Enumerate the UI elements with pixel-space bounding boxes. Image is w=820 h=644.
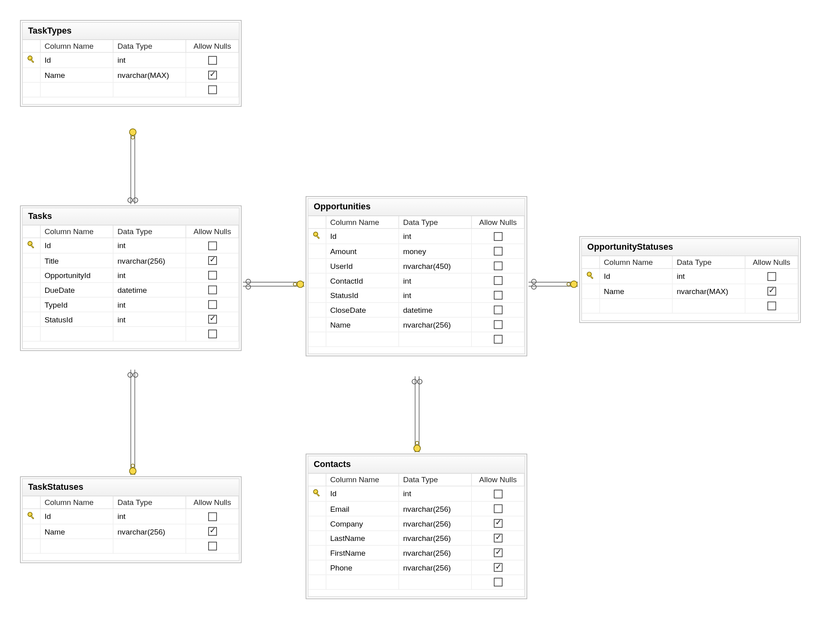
allow-nulls-cell <box>472 501 524 516</box>
column-type: int <box>113 268 186 283</box>
allow-nulls-checkbox[interactable] <box>494 335 502 344</box>
column-row[interactable]: Companynvarchar(256) <box>308 516 524 531</box>
allow-nulls-checkbox[interactable] <box>208 512 217 521</box>
table-contacts[interactable]: Contacts Column Name Data Type Allow Nul… <box>306 454 527 599</box>
allow-nulls-checkbox[interactable] <box>494 247 502 256</box>
table-opportunitystatuses[interactable]: OpportunityStatuses Column Name Data Typ… <box>579 236 801 323</box>
allow-nulls-checkbox[interactable] <box>208 542 217 551</box>
column-row[interactable]: StatusIdint <box>23 312 239 327</box>
column-row-empty[interactable] <box>308 332 524 347</box>
column-type: int <box>673 268 745 284</box>
allow-nulls-checkbox[interactable] <box>494 563 502 572</box>
column-row[interactable]: FirstNamenvarchar(256) <box>308 545 524 560</box>
column-row[interactable]: TypeIdint <box>23 297 239 312</box>
column-row[interactable]: Namenvarchar(256) <box>308 317 524 332</box>
column-name: Id <box>326 229 398 244</box>
column-row[interactable]: OpportunityIdint <box>23 268 239 283</box>
allow-nulls-checkbox[interactable] <box>767 287 776 296</box>
allow-nulls-checkbox[interactable] <box>208 85 217 94</box>
column-row[interactable]: LastNamenvarchar(256) <box>308 531 524 545</box>
column-row[interactable]: CloseDatedatetime <box>308 302 524 317</box>
allow-nulls-checkbox[interactable] <box>208 271 217 280</box>
rel-tasks-taskstatuses <box>128 370 138 475</box>
rel-opportunities-opportunitystatuses <box>529 279 578 289</box>
allow-nulls-checkbox[interactable] <box>494 489 502 498</box>
allow-nulls-checkbox[interactable] <box>494 519 502 528</box>
allow-nulls-checkbox[interactable] <box>494 505 502 513</box>
diagram-canvas[interactable]: TaskTypes Column Name Data Type Allow Nu… <box>0 0 820 640</box>
table-title: Opportunities <box>308 199 525 216</box>
column-row[interactable]: Idint <box>308 229 524 244</box>
column-row[interactable]: UserIdnvarchar(450) <box>308 258 524 273</box>
column-row-empty[interactable] <box>308 575 524 590</box>
pk-cell <box>23 509 40 524</box>
primary-key-icon <box>312 231 321 240</box>
column-row[interactable]: ContactIdint <box>308 273 524 288</box>
column-row[interactable]: StatusIdint <box>308 288 524 303</box>
allow-nulls-checkbox[interactable] <box>494 534 502 543</box>
allow-nulls-checkbox[interactable] <box>208 315 217 324</box>
svg-point-15 <box>246 284 251 289</box>
column-row-empty[interactable] <box>23 82 239 97</box>
allow-nulls-cell <box>186 238 239 253</box>
allow-nulls-checkbox[interactable] <box>208 256 217 265</box>
column-row[interactable]: Phonenvarchar(256) <box>308 560 524 575</box>
column-row[interactable]: Idint <box>23 238 239 253</box>
column-row[interactable]: Idint <box>23 509 239 524</box>
svg-point-9 <box>133 373 138 378</box>
column-name: Title <box>40 253 113 268</box>
rel-opportunities-contacts <box>412 376 422 452</box>
allow-nulls-checkbox[interactable] <box>767 272 776 281</box>
svg-point-23 <box>567 282 570 286</box>
allow-nulls-checkbox[interactable] <box>208 300 217 309</box>
column-type: datetime <box>399 302 472 317</box>
column-type: nvarchar(256) <box>113 524 186 539</box>
table-taskstatuses[interactable]: TaskStatuses Column Name Data Type Allow… <box>20 476 241 563</box>
allow-nulls-checkbox[interactable] <box>494 306 502 314</box>
table-title: Contacts <box>308 456 525 473</box>
svg-point-16 <box>297 281 304 288</box>
column-row[interactable]: Emailnvarchar(256) <box>308 501 524 516</box>
allow-nulls-checkbox[interactable] <box>208 286 217 294</box>
allow-nulls-cell <box>472 273 524 288</box>
allow-nulls-cell <box>186 68 239 83</box>
column-row-empty[interactable] <box>23 326 239 341</box>
column-row[interactable]: Idint <box>308 486 524 501</box>
allow-nulls-checkbox[interactable] <box>208 241 217 250</box>
column-row[interactable]: Titlenvarchar(256) <box>23 253 239 268</box>
svg-point-27 <box>418 379 422 384</box>
column-type: int <box>113 312 186 327</box>
column-name: Id <box>40 509 113 524</box>
allow-nulls-checkbox[interactable] <box>767 302 776 310</box>
pk-cell <box>308 516 326 531</box>
allow-nulls-checkbox[interactable] <box>208 56 217 65</box>
column-row[interactable]: Namenvarchar(MAX) <box>582 284 798 299</box>
table-tasks[interactable]: Tasks Column Name Data Type Allow Nulls … <box>20 205 241 351</box>
allow-nulls-checkbox[interactable] <box>208 330 217 338</box>
allow-nulls-checkbox[interactable] <box>494 291 502 300</box>
allow-nulls-checkbox[interactable] <box>494 232 502 241</box>
allow-nulls-checkbox[interactable] <box>494 578 502 587</box>
allow-nulls-cell <box>472 302 524 317</box>
svg-point-8 <box>128 373 133 378</box>
allow-nulls-checkbox[interactable] <box>494 276 502 285</box>
svg-point-5 <box>133 198 138 203</box>
column-row[interactable]: Namenvarchar(256) <box>23 524 239 539</box>
table-title: TaskTypes <box>23 23 239 40</box>
allow-nulls-checkbox[interactable] <box>494 320 502 329</box>
table-opportunities[interactable]: Opportunities Column Name Data Type Allo… <box>306 196 527 356</box>
column-row[interactable]: DueDatedatetime <box>23 282 239 297</box>
allow-nulls-checkbox[interactable] <box>494 262 502 270</box>
allow-nulls-cell <box>186 509 239 524</box>
allow-nulls-checkbox[interactable] <box>208 527 217 536</box>
table-tasktypes[interactable]: TaskTypes Column Name Data Type Allow Nu… <box>20 20 241 107</box>
column-row-empty[interactable] <box>23 539 239 554</box>
allow-nulls-checkbox[interactable] <box>494 549 502 557</box>
column-row[interactable]: Namenvarchar(MAX) <box>23 68 239 83</box>
column-row[interactable]: Idint <box>582 268 798 284</box>
column-row-empty[interactable] <box>582 298 798 313</box>
allow-nulls-checkbox[interactable] <box>208 71 217 80</box>
pk-cell <box>23 52 40 68</box>
column-row[interactable]: Idint <box>23 52 239 68</box>
column-row[interactable]: Amountmoney <box>308 244 524 258</box>
